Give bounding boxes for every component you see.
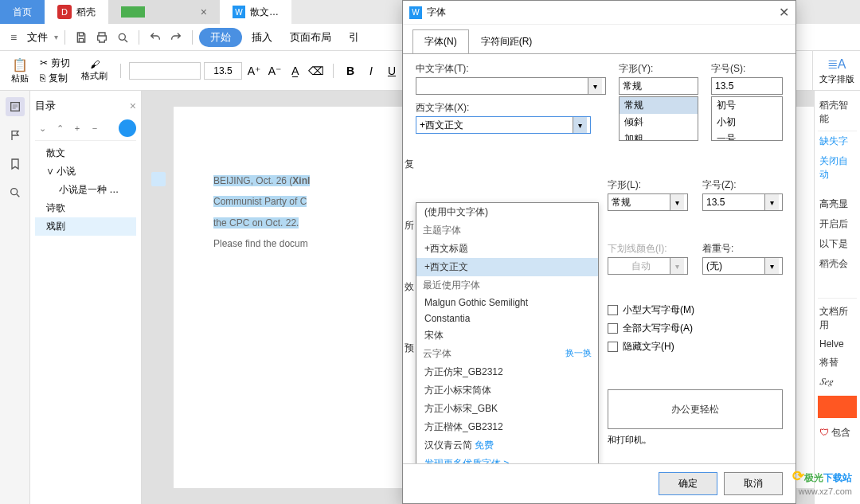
chk-allcaps[interactable]: 全部大写字母(A) — [608, 319, 783, 338]
rp-action-button[interactable] — [818, 396, 857, 418]
flag-icon[interactable] — [6, 126, 25, 145]
cancel-button[interactable]: 取消 — [724, 472, 783, 495]
rp-font-helve: Helve — [818, 335, 857, 353]
preview-icon[interactable] — [113, 28, 132, 47]
close-icon[interactable]: ✕ — [779, 5, 789, 20]
tree-item-poetry[interactable]: 诗歌 — [35, 199, 136, 217]
decrease-font-icon[interactable]: A⁻ — [266, 62, 283, 80]
cn-font-combo[interactable]: ▾ — [416, 77, 606, 95]
tree-item-novel[interactable]: ∨ 小说 — [35, 162, 136, 181]
tab-censored[interactable]: × — [108, 0, 220, 24]
change-case-icon[interactable]: A̲ — [287, 62, 304, 80]
tab-document[interactable]: W散文… — [220, 0, 291, 24]
file-menu[interactable]: 文件 — [22, 30, 53, 45]
copy-button[interactable]: ⎘复制 — [40, 72, 70, 85]
collapse-icon[interactable]: ⌃ — [53, 121, 67, 135]
size-opt[interactable]: 小初 — [712, 114, 782, 131]
fd-use-cn[interactable]: (使用中文字体) — [416, 203, 598, 221]
tab-font[interactable]: 字体(N) — [412, 29, 469, 54]
fd-west-body[interactable]: +西文正文 — [416, 258, 598, 276]
add-icon[interactable]: + — [70, 121, 84, 135]
minus-icon[interactable]: − — [88, 121, 102, 135]
ribbon-reference[interactable]: 引 — [341, 30, 367, 45]
ribbon-pagelayout[interactable]: 页面布局 — [282, 30, 339, 45]
save-icon[interactable] — [72, 28, 91, 47]
right-rail-top[interactable]: ≣A 文字排版 — [812, 51, 860, 91]
size-listbox[interactable]: 初号 小初 一号 — [711, 96, 783, 141]
size-opt[interactable]: 初号 — [712, 97, 782, 114]
tab-home[interactable]: 首页 — [0, 0, 45, 24]
fd-hanyi[interactable]: 汉仪青云简 免费 — [416, 436, 598, 455]
fd-cloud-item[interactable]: 方正小标宋简体 — [416, 381, 598, 400]
emphasis-combo[interactable]: (无)▾ — [702, 257, 783, 275]
tab-spacing[interactable]: 字符间距(R) — [469, 29, 545, 54]
italic-button[interactable]: I — [362, 62, 380, 80]
hamburger-icon[interactable]: ≡ — [6, 31, 21, 44]
style-input[interactable]: 常规 — [619, 77, 698, 95]
search-rail-icon[interactable] — [6, 183, 25, 202]
west-font-dropdown[interactable]: (使用中文字体) 主题字体 +西文标题 +西文正文 最近使用字体 Malgun … — [416, 202, 599, 463]
bold-button[interactable]: B — [342, 62, 359, 80]
rp-close-auto[interactable]: 关闭自动 — [818, 151, 857, 185]
dropdown-icon[interactable]: ▾ — [54, 33, 58, 41]
fd-find-more[interactable]: 发现更多优质字体 > — [416, 455, 598, 463]
chevron-down-icon[interactable]: ▾ — [764, 194, 779, 210]
fd-recent-item[interactable]: Constantia — [416, 311, 598, 326]
chk-hidden[interactable]: 隐藏文字(H) — [608, 338, 783, 356]
chevron-down-icon[interactable]: ▾ — [670, 194, 684, 210]
ribbon-insert[interactable]: 插入 — [244, 30, 280, 45]
section-icon[interactable] — [151, 172, 166, 186]
shield-icon: 🛡 — [819, 427, 829, 438]
clear-format-icon[interactable]: ⌫ — [307, 62, 325, 80]
ribbon-start[interactable]: 开始 — [199, 28, 242, 47]
fd-group-cloud: 云字体换一换 — [416, 345, 598, 363]
undo-icon[interactable] — [146, 28, 165, 47]
chevron-down-icon[interactable]: ▾ — [588, 78, 602, 94]
chevron-down-icon[interactable]: ▾ — [764, 258, 779, 274]
font-name-input[interactable] — [129, 62, 201, 80]
size-opt[interactable]: 一号 — [712, 131, 782, 141]
fd-cloud-item[interactable]: 方正仿宋_GB2312 — [416, 363, 598, 381]
bookmark-icon[interactable] — [6, 154, 25, 174]
west-font-combo[interactable]: +西文正文▾ — [416, 116, 591, 134]
preview-text: 办公更轻松 — [671, 403, 719, 416]
close-icon[interactable]: × — [130, 100, 136, 112]
fd-group-recent: 最近使用字体 — [416, 276, 598, 295]
tree-item-novel-child[interactable]: 小说是一种 … — [35, 181, 136, 199]
fd-cloud-item[interactable]: 方正楷体_GB2312 — [416, 418, 598, 436]
ok-button[interactable]: 确定 — [659, 472, 717, 495]
font-size-input[interactable] — [204, 62, 242, 80]
tree-item-prose[interactable]: 散文 — [35, 144, 136, 162]
text-line: Please find the docum — [213, 238, 308, 249]
size-input[interactable]: 13.5 — [711, 77, 783, 95]
tab-daoke[interactable]: D稻壳 — [45, 0, 108, 24]
fd-cloud-item[interactable]: 方正小标宋_GBK — [416, 400, 598, 418]
fd-recent-item[interactable]: Malgun Gothic Semilight — [416, 295, 598, 311]
print-icon[interactable] — [92, 28, 111, 47]
label-style: 字形(Y): — [619, 62, 698, 76]
settings-dot-icon[interactable] — [119, 119, 136, 137]
redo-icon[interactable] — [166, 28, 186, 47]
outline-icon[interactable] — [6, 97, 25, 116]
paste-group[interactable]: 📋 粘贴 — [6, 57, 33, 84]
rp-missing-font[interactable]: 缺失字 — [818, 131, 857, 151]
underline-button[interactable]: U — [383, 62, 401, 80]
fd-recent-item[interactable]: 宋体 — [416, 326, 598, 345]
cut-button[interactable]: ✂剪切 — [40, 57, 70, 70]
style-opt-bold[interactable]: 加粗 — [620, 131, 698, 141]
style-listbox[interactable]: 常规 倾斜 加粗 — [619, 96, 698, 141]
fd-west-title[interactable]: +西文标题 — [416, 240, 598, 258]
style2-combo[interactable]: 常规▾ — [608, 193, 688, 211]
style-opt-italic[interactable]: 倾斜 — [620, 114, 698, 131]
tree-item-drama[interactable]: 戏剧 — [35, 217, 136, 236]
style-opt-regular[interactable]: 常规 — [620, 97, 698, 114]
swap-link[interactable]: 换一换 — [565, 347, 592, 359]
format-painter[interactable]: 🖌 格式刷 — [76, 59, 112, 82]
chevron-down-icon[interactable]: ▾ — [573, 117, 587, 133]
text-line: the CPC on Oct. 22. — [213, 217, 299, 229]
chk-smallcaps[interactable]: 小型大写字母(M) — [608, 301, 783, 319]
size2-combo[interactable]: 13.5▾ — [702, 193, 783, 211]
close-icon[interactable]: × — [201, 6, 207, 18]
increase-font-icon[interactable]: A⁺ — [245, 62, 263, 80]
expand-icon[interactable]: ⌄ — [35, 121, 49, 135]
